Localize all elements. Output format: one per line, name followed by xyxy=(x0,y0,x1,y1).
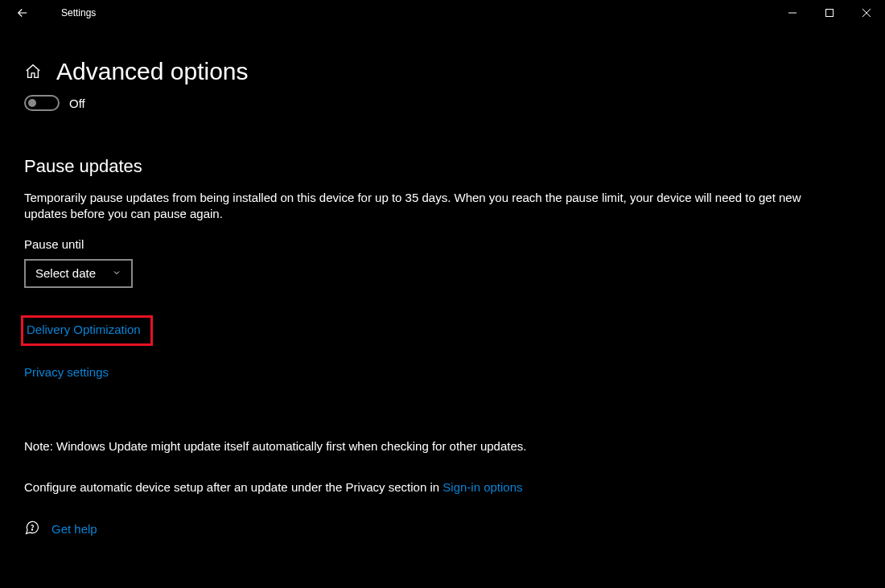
pause-updates-heading: Pause updates xyxy=(24,156,861,177)
window-title: Settings xyxy=(61,7,96,19)
autoupdate-note: Note: Windows Update might update itself… xyxy=(24,439,861,453)
delivery-optimization-link[interactable]: Delivery Optimization xyxy=(27,323,141,336)
pause-until-select[interactable]: Select date xyxy=(24,259,133,288)
highlight-annotation: Delivery Optimization xyxy=(21,315,153,346)
svg-rect-1 xyxy=(826,10,834,17)
pause-until-label: Pause until xyxy=(24,237,861,251)
help-icon xyxy=(24,520,40,539)
pause-updates-description: Temporarily pause updates from being ins… xyxy=(24,190,845,223)
signin-note: Configure automatic device setup after a… xyxy=(24,480,861,494)
select-value: Select date xyxy=(35,266,96,280)
maximize-button[interactable] xyxy=(811,0,848,26)
svg-point-4 xyxy=(31,528,32,529)
sign-in-options-link[interactable]: Sign-in options xyxy=(442,480,522,494)
page-title: Advanced options xyxy=(56,58,249,85)
get-help-link[interactable]: Get help xyxy=(51,522,97,536)
close-button[interactable] xyxy=(848,0,885,26)
toggle-switch[interactable] xyxy=(24,95,60,111)
signin-note-text: Configure automatic device setup after a… xyxy=(24,480,442,494)
minimize-button[interactable] xyxy=(774,0,811,26)
privacy-settings-link[interactable]: Privacy settings xyxy=(24,365,109,379)
toggle-state-label: Off xyxy=(69,97,85,110)
chevron-down-icon xyxy=(112,266,121,280)
home-icon[interactable] xyxy=(24,63,42,84)
back-button[interactable] xyxy=(6,0,39,26)
